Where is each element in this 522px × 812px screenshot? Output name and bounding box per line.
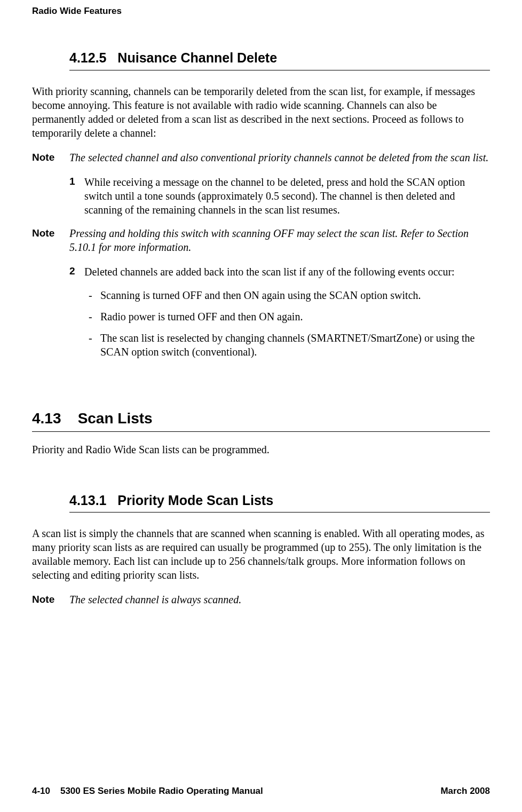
bullet-text: Scanning is turned OFF and then ON again… bbox=[100, 288, 490, 302]
heading-4-13: 4.13 Scan Lists bbox=[32, 409, 490, 432]
numbered-step: 1 While receiving a message on the chann… bbox=[69, 175, 490, 217]
page-footer: 4-10 5300 ES Series Mobile Radio Operati… bbox=[0, 785, 522, 797]
running-header: Radio Wide Features bbox=[32, 5, 490, 17]
bullet-text: The scan list is reselected by changing … bbox=[100, 331, 490, 359]
bullet-item: - Radio power is turned OFF and then ON … bbox=[89, 310, 490, 324]
heading-number: 4.12.5 bbox=[69, 50, 107, 65]
note-block: Note The selected channel and also conve… bbox=[32, 151, 490, 164]
step-text: Deleted channels are added back into the… bbox=[84, 265, 490, 279]
bullet-item: - Scanning is turned OFF and then ON aga… bbox=[89, 288, 490, 302]
heading-number: 4.13.1 bbox=[69, 493, 107, 508]
note-block: Note The selected channel is always scan… bbox=[32, 593, 490, 606]
note-block: Note Pressing and holding this switch wi… bbox=[32, 226, 490, 254]
heading-number: 4.13 bbox=[32, 410, 61, 427]
bullet-dash: - bbox=[89, 331, 100, 359]
bullet-dash: - bbox=[89, 310, 100, 324]
footer-left: 4-10 5300 ES Series Mobile Radio Operati… bbox=[32, 785, 263, 797]
heading-title: Scan Lists bbox=[78, 410, 153, 427]
intro-paragraph: With priority scanning, channels can be … bbox=[32, 84, 490, 140]
step-number: 1 bbox=[69, 175, 84, 217]
bullet-text: Radio power is turned OFF and then ON ag… bbox=[100, 310, 490, 324]
note-text: The selected channel is always scanned. bbox=[69, 593, 490, 606]
heading-4-13-1: 4.13.1 Priority Mode Scan Lists bbox=[69, 492, 490, 513]
footer-right: March 2008 bbox=[440, 785, 490, 797]
heading-4-12-5: 4.12.5 Nuisance Channel Delete bbox=[69, 49, 490, 70]
note-text: Pressing and holding this switch with sc… bbox=[69, 226, 490, 254]
footer-page-number: 4-10 bbox=[32, 786, 50, 796]
step-number: 2 bbox=[69, 265, 84, 279]
heading-title: Priority Mode Scan Lists bbox=[117, 493, 273, 508]
intro-paragraph: A scan list is simply the channels that … bbox=[32, 526, 490, 582]
note-label: Note bbox=[32, 151, 69, 164]
step-text: While receiving a message on the channel… bbox=[84, 175, 490, 217]
heading-title: Nuisance Channel Delete bbox=[117, 50, 277, 65]
bullet-dash: - bbox=[89, 288, 100, 302]
bullet-item: - The scan list is reselected by changin… bbox=[89, 331, 490, 359]
intro-paragraph: Priority and Radio Wide Scan lists can b… bbox=[32, 443, 490, 456]
note-label: Note bbox=[32, 593, 69, 606]
note-text: The selected channel and also convention… bbox=[69, 151, 490, 164]
note-label: Note bbox=[32, 226, 69, 240]
numbered-step: 2 Deleted channels are added back into t… bbox=[69, 265, 490, 279]
footer-title: 5300 ES Series Mobile Radio Operating Ma… bbox=[60, 786, 263, 796]
